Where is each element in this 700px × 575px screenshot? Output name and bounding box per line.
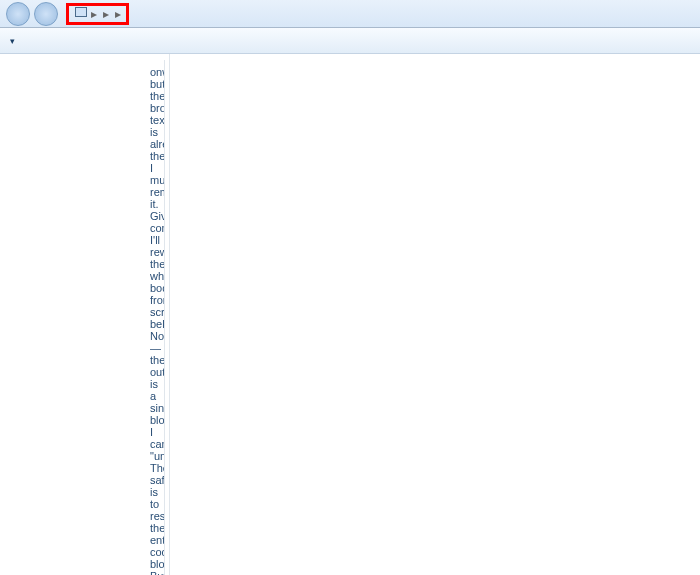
- chevron-right-icon: ▸: [103, 7, 109, 21]
- explorer-titlebar: ▸ ▸ ▸: [0, 0, 700, 28]
- nav-tree: �progressive".replace - but we must not …: [0, 54, 170, 575]
- chevron-right-icon: ▸: [115, 7, 121, 21]
- nav-back-button[interactable]: [6, 2, 30, 26]
- network-icon: [74, 7, 88, 21]
- explorer-toolbar: [0, 28, 700, 54]
- nav-forward-button[interactable]: [34, 2, 58, 26]
- breadcrumb[interactable]: ▸ ▸ ▸: [68, 5, 127, 23]
- organize-menu[interactable]: [8, 36, 15, 46]
- tree-favorites-header[interactable]: �progressive".replace - but we must not …: [4, 60, 165, 575]
- chevron-right-icon: ▸: [91, 7, 97, 21]
